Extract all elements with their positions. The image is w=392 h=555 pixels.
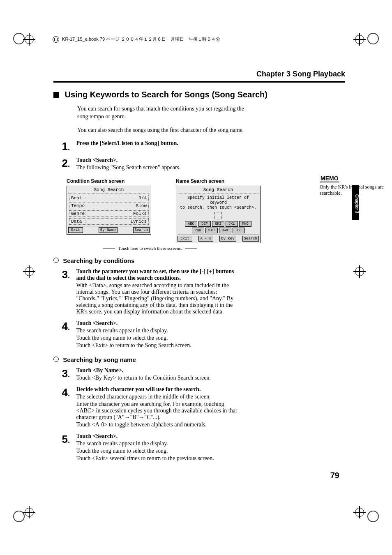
lcd-search-button: Search: [133, 227, 150, 233]
crop-mark-icon: [355, 267, 367, 279]
lcd-param-row: Beat :3/4: [69, 195, 149, 201]
step-text: Touch <By Name>.: [76, 367, 124, 373]
lcd-key: PQR: [192, 228, 204, 233]
page-meta-header: KR-17_15_e.book 79 ページ ２００４年１２月６日 月曜日 午後…: [53, 36, 220, 43]
step-note: The selected character appears in the mi…: [76, 394, 241, 400]
lcd-screen: Song Search Beat :3/4 Tempo:Slow Genre:F…: [67, 186, 151, 235]
lcd-key: STU: [205, 228, 218, 233]
lcd-key: DEF: [198, 221, 211, 227]
step-1: 1. Press the [Select/Listen to a Song] b…: [53, 140, 247, 153]
lcd-key: MNO: [239, 221, 251, 227]
step-number: 2.: [53, 157, 70, 170]
circle-bullet-icon: [53, 258, 59, 263]
screens-row: Condition Search screen Song Search Beat…: [67, 178, 247, 243]
crop-mark-icon: [25, 267, 37, 279]
step-text: Touch <Search>.: [76, 320, 118, 326]
screen-label: Condition Search screen: [67, 178, 151, 184]
book-icon: [53, 36, 59, 43]
registration-mark-icon: [13, 33, 25, 44]
name-search-screen: Name Search screen Song Search Specify i…: [176, 178, 261, 243]
step-note: Enter the character you are searching fo…: [76, 401, 241, 421]
lcd-char-box: [214, 212, 222, 219]
lcd-search-button: Search: [242, 236, 259, 242]
registration-mark-icon: [367, 33, 379, 44]
lcd-bykey-button: By Key: [219, 236, 236, 242]
meta-text: KR-17_15_e.book 79 ページ ２００４年１２月６日 月曜日 午後…: [62, 37, 220, 41]
step-note: With <Data>, songs are searched accordin…: [76, 282, 241, 315]
lcd-key-row: PQR STU UWX YZ: [178, 228, 259, 233]
lcd-exit-button: Exit: [178, 236, 192, 242]
switch-caption: Touch here to switch these screens.: [53, 246, 247, 251]
lcd-hint: Specify initial letter of keyword to sea…: [178, 195, 259, 211]
crop-mark-icon: [25, 508, 37, 520]
crop-mark-icon: [25, 35, 37, 47]
step-4-name: 4. Decide which character you will use f…: [53, 386, 247, 429]
step-note: Touch <By Key> to return to the Conditio…: [76, 375, 241, 381]
step-note: The search results appear in the display…: [76, 327, 241, 334]
step-note: Touch the song name to select the song.: [76, 335, 241, 341]
step-number: 3.: [53, 367, 70, 380]
step-4-conditions: 4. Touch <Search>. The search results ap…: [53, 320, 247, 350]
page-number: 79: [330, 471, 339, 480]
step-2: 2. Touch <Search>. The following "Song S…: [53, 157, 247, 172]
step-number: 4.: [53, 320, 70, 333]
lcd-byname-button: By Name: [99, 227, 118, 233]
lcd-title: Song Search: [178, 187, 259, 193]
step-text: Touch <Search>.: [76, 433, 118, 439]
lcd-param-row: Data :Lyrics: [69, 218, 149, 225]
step-note: Touch <A-0> to toggle between alphabets …: [76, 421, 241, 428]
step-note: Touch <Exit> to return to the Song Searc…: [76, 342, 241, 349]
memo-block: MEMO Only the KR's internal songs are se…: [320, 175, 392, 196]
intro-line: You can also search the songs using the …: [77, 127, 247, 134]
memo-text: Only the KR's internal songs are searcha…: [320, 184, 392, 196]
lcd-key: JKL: [226, 221, 238, 227]
section-title-text: Using Keywords to Search for Songs (Song…: [65, 90, 267, 99]
lcd-key: ABC: [185, 221, 197, 227]
condition-search-screen: Condition Search screen Song Search Beat…: [67, 178, 151, 243]
step-note: Touch <Exit> several times to return to …: [76, 455, 241, 462]
step-3-conditions: 3. Touch the parameter you want to set, …: [53, 268, 247, 316]
step-text: Decide which character you will use for …: [76, 386, 201, 392]
lcd-key: UWX: [219, 228, 231, 233]
chapter-heading: Chapter 3 Song Playback: [53, 70, 345, 83]
lcd-a0-button: A - 0: [198, 236, 213, 242]
lcd-key: YZ: [233, 228, 245, 233]
memo-label: MEMO: [320, 175, 339, 182]
screen-label: Name Search screen: [176, 178, 261, 184]
section-title: Using Keywords to Search for Songs (Song…: [53, 90, 345, 99]
step-number: 1.: [53, 140, 70, 153]
sub-heading-conditions: Searching by conditions: [53, 257, 247, 264]
lcd-param-row: Tempo:Slow: [69, 203, 149, 209]
step-3-name: 3. Touch <By Name>. Touch <By Key> to re…: [53, 367, 247, 382]
step-number: 4.: [53, 386, 70, 399]
step-text: Press the [Select/Listen to a Song] butt…: [76, 140, 178, 146]
lcd-screen: Song Search Specify initial letter of ke…: [176, 186, 261, 243]
lcd-key-row: ABC DEF GHI JKL MNO: [178, 221, 259, 227]
step-note: The following "Song Search screen" appea…: [76, 164, 241, 171]
step-text: Touch <Search>.: [76, 157, 118, 163]
intro-block: You can search for songs that match the …: [77, 105, 247, 134]
step-5-name: 5. Touch <Search>. The search results ap…: [53, 433, 247, 463]
lcd-title: Song Search: [68, 187, 150, 193]
step-number: 3.: [53, 268, 70, 281]
step-number: 5.: [53, 433, 70, 446]
square-bullet-icon: [53, 92, 59, 98]
step-text: Touch the parameter you want to set, the…: [76, 268, 234, 281]
circle-bullet-icon: [53, 357, 59, 362]
step-note: Touch the song name to select the song.: [76, 448, 241, 454]
step-note: The search results appear in the display…: [76, 440, 241, 447]
lcd-key: GHI: [212, 221, 224, 227]
intro-line: You can search for songs that match the …: [77, 105, 247, 121]
crop-mark-icon: [355, 508, 367, 520]
sub-heading-songname: Searching by song name: [53, 356, 247, 363]
crop-mark-icon: [355, 35, 367, 47]
lcd-param-row: Genre:Folks: [69, 210, 149, 217]
registration-mark-icon: [367, 511, 379, 522]
lcd-exit-button: Exit: [68, 227, 83, 233]
